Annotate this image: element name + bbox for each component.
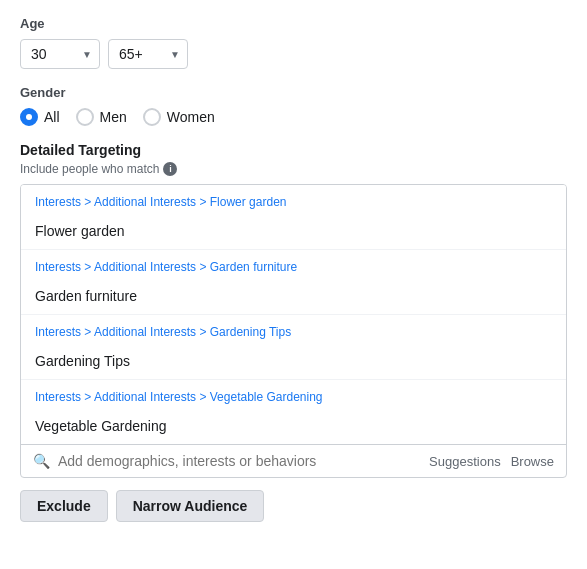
gender-men-option[interactable]: Men <box>76 108 127 126</box>
age-max-wrapper: 25 30 35 40 45 50 55 60 65+ ▼ <box>108 39 188 69</box>
search-input[interactable] <box>58 453 421 469</box>
breadcrumb-gardening-tips[interactable]: Interests > Additional Interests > Garde… <box>21 315 566 345</box>
action-buttons: Exclude Narrow Audience <box>20 490 567 522</box>
breadcrumb-interests-1: Interests > Additional Interests > Flowe… <box>35 195 286 209</box>
info-icon[interactable]: i <box>163 162 177 176</box>
suggestions-button[interactable]: Suggestions <box>429 454 501 469</box>
include-label: Include people who match i <box>20 162 567 176</box>
gender-women-radio[interactable] <box>143 108 161 126</box>
exclude-button[interactable]: Exclude <box>20 490 108 522</box>
browse-button[interactable]: Browse <box>511 454 554 469</box>
gender-women-label: Women <box>167 109 215 125</box>
list-item-flower-garden[interactable]: Flower garden <box>21 215 566 250</box>
breadcrumb-vegetable-gardening-text: Interests > Additional Interests > Veget… <box>35 390 323 404</box>
list-item-garden-furniture[interactable]: Garden furniture <box>21 280 566 315</box>
breadcrumb-flower-garden[interactable]: Interests > Additional Interests > Flowe… <box>21 185 566 215</box>
gender-radio-group: All Men Women <box>20 108 567 126</box>
list-item-vegetable-gardening[interactable]: Vegetable Gardening <box>21 410 566 444</box>
age-min-wrapper: 18 21 25 30 35 40 45 50 55 60 65 ▼ <box>20 39 100 69</box>
gender-all-radio[interactable] <box>20 108 38 126</box>
search-row: 🔍 Suggestions Browse <box>21 444 566 477</box>
narrow-audience-button[interactable]: Narrow Audience <box>116 490 265 522</box>
targeting-list[interactable]: Interests > Additional Interests > Flowe… <box>21 185 566 444</box>
breadcrumb-gardening-tips-text: Interests > Additional Interests > Garde… <box>35 325 291 339</box>
gender-label: Gender <box>20 85 567 100</box>
age-label: Age <box>20 16 567 31</box>
list-item-gardening-tips[interactable]: Gardening Tips <box>21 345 566 380</box>
gender-men-label: Men <box>100 109 127 125</box>
age-max-select[interactable]: 25 30 35 40 45 50 55 60 65+ <box>108 39 188 69</box>
detailed-targeting-section: Detailed Targeting Include people who ma… <box>20 142 567 478</box>
breadcrumb-garden-furniture-text: Interests > Additional Interests > Garde… <box>35 260 297 274</box>
targeting-dropdown: Interests > Additional Interests > Flowe… <box>20 184 567 478</box>
include-label-text: Include people who match <box>20 162 159 176</box>
breadcrumb-garden-furniture[interactable]: Interests > Additional Interests > Garde… <box>21 250 566 280</box>
gender-men-radio[interactable] <box>76 108 94 126</box>
breadcrumb-flower-garden-text: Interests > Additional Interests > Flowe… <box>35 195 286 209</box>
gender-all-option[interactable]: All <box>20 108 60 126</box>
gender-section: Gender All Men Women <box>20 85 567 126</box>
age-min-select[interactable]: 18 21 25 30 35 40 45 50 55 60 65 <box>20 39 100 69</box>
breadcrumb-vegetable-gardening[interactable]: Interests > Additional Interests > Veget… <box>21 380 566 410</box>
age-row: 18 21 25 30 35 40 45 50 55 60 65 ▼ 25 30… <box>20 39 567 69</box>
gender-women-option[interactable]: Women <box>143 108 215 126</box>
search-actions: Suggestions Browse <box>429 454 554 469</box>
search-icon: 🔍 <box>33 453 50 469</box>
detailed-targeting-title: Detailed Targeting <box>20 142 567 158</box>
gender-all-label: All <box>44 109 60 125</box>
